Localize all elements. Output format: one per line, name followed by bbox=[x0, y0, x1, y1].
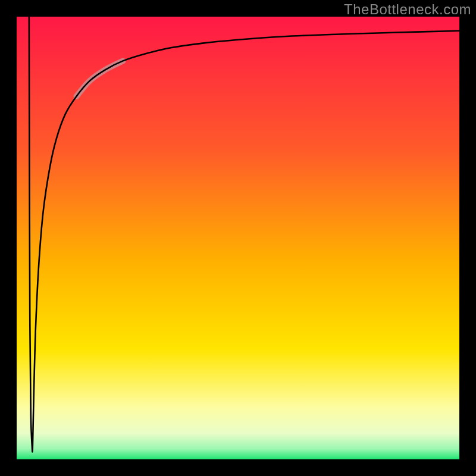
plot-background bbox=[16, 16, 460, 460]
frame-bottom bbox=[0, 459, 476, 476]
chart-container: { "watermark": "TheBottleneck.com", "cha… bbox=[0, 0, 476, 476]
frame-left bbox=[0, 0, 17, 476]
bottleneck-chart bbox=[0, 0, 476, 476]
frame-right bbox=[459, 0, 476, 476]
watermark-text: TheBottleneck.com bbox=[344, 1, 471, 18]
